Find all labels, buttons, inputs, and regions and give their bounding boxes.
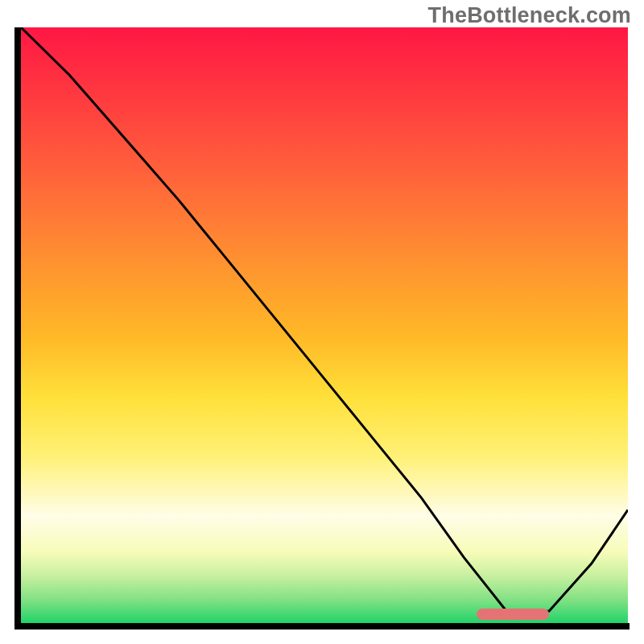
bottleneck-curve — [21, 27, 628, 623]
optimal-range-marker — [477, 609, 549, 620]
x-axis-line — [14, 623, 630, 630]
chart-container: TheBottleneck.com — [0, 0, 644, 644]
y-axis-line — [14, 27, 21, 630]
curve-path — [21, 27, 628, 611]
watermark-text: TheBottleneck.com — [428, 3, 631, 28]
